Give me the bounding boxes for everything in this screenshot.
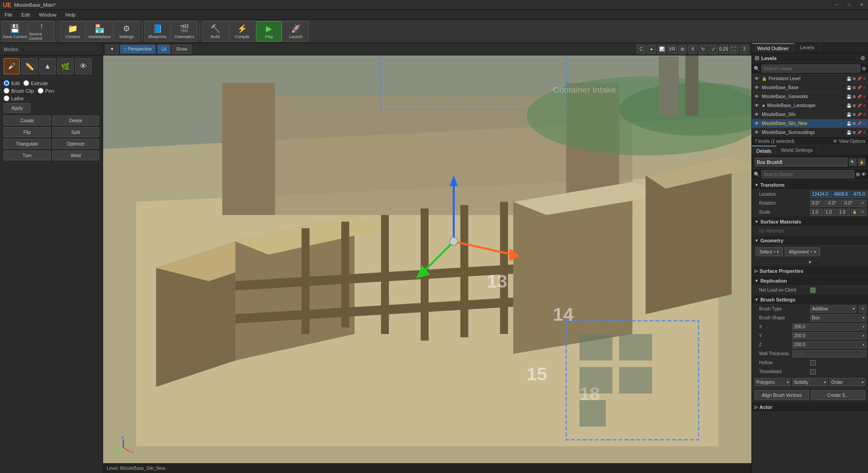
create-static-mesh-button[interactable]: Create S...	[811, 390, 866, 400]
menu-help[interactable]: Help	[61, 11, 80, 18]
level-landscape[interactable]: 👁 ★ MissileBase_Landscape 💾 ⚙ 📌 ✕	[752, 101, 868, 110]
flip-button[interactable]: Flip	[4, 127, 51, 137]
polygons-dropdown[interactable]: Polygons	[755, 378, 790, 386]
geometry-section[interactable]: ▼ Geometry	[752, 236, 868, 245]
brush-x-value[interactable]: 200.0 ▾	[792, 323, 866, 331]
level-silo-new[interactable]: 👁 MissileBase_Silo_New 💾 ⚙ 📌 ✕	[752, 119, 868, 128]
cinematics-button[interactable]: 🎬 Cinematics	[171, 21, 197, 42]
tab-world-settings[interactable]: World Settings	[777, 146, 818, 155]
optimize-button[interactable]: Optimize	[52, 139, 100, 149]
rotation-y[interactable]: 0.0°	[826, 200, 842, 207]
net-load-checkbox[interactable]	[810, 288, 816, 293]
turn-button[interactable]: Turn	[4, 150, 51, 160]
minimize-button[interactable]: ─	[830, 0, 843, 10]
location-y[interactable]: -6608.0	[831, 191, 850, 198]
compile-button[interactable]: ⚡ Compile	[229, 21, 255, 42]
show-button[interactable]: Show	[172, 45, 191, 54]
brushclip-radio[interactable]: Brush Clip	[4, 88, 34, 94]
search-button[interactable]: 🔍	[849, 159, 856, 166]
wall-thickness-value[interactable]: 10.0 ▾	[792, 350, 866, 357]
camera-num[interactable]: 3	[740, 45, 749, 54]
edit-radio[interactable]: Edit	[4, 80, 20, 86]
brush-y-value[interactable]: 200.0 ▾	[792, 332, 866, 340]
rotate-snap-icon[interactable]: ↻	[699, 45, 707, 54]
scale-lock[interactable]: 🔒	[851, 209, 858, 216]
brush-type-dropdown[interactable]: Additive	[810, 305, 856, 313]
view-options-button[interactable]: 👁 View Options	[833, 139, 865, 144]
hollow-checkbox[interactable]	[810, 360, 816, 366]
level-persistent[interactable]: 👁 🔒 Persistent Level 💾 ⚙ 📌 ✕	[752, 74, 868, 83]
mode-mesh[interactable]: 👁	[75, 58, 91, 74]
viewport-scene[interactable]	[103, 56, 751, 463]
vr-icon[interactable]: VR	[668, 45, 677, 54]
menu-edit[interactable]: Edit	[17, 11, 35, 18]
surface-materials-section[interactable]: ▼ Surface Materials	[752, 217, 868, 227]
brush-shape-dropdown[interactable]: Box	[810, 314, 866, 322]
stats-icon[interactable]: 📊	[657, 45, 666, 54]
brush-type-reset[interactable]: ↺	[859, 305, 866, 313]
scale-y[interactable]: 1.0	[824, 209, 836, 216]
order-dropdown[interactable]: Order	[829, 378, 865, 386]
scale-reset[interactable]: ↺	[859, 209, 866, 216]
snap-value[interactable]: 0.25	[719, 45, 728, 54]
settings-button[interactable]: ⚙ Settings	[113, 21, 139, 42]
realtime-icon[interactable]: ●	[647, 45, 656, 54]
tab-world-outliner[interactable]: World Outliner	[752, 43, 794, 53]
scale-z[interactable]: 1.0	[838, 209, 850, 216]
brush-z-value[interactable]: 200.0 ▾	[792, 341, 866, 348]
tab-levels[interactable]: Levels	[794, 43, 820, 53]
replication-section[interactable]: ▼ Replication	[752, 276, 868, 286]
viewport-mode-dropdown[interactable]: ▼	[106, 45, 118, 54]
blueprints-button[interactable]: 📘 Blueprints	[144, 21, 170, 42]
menu-window[interactable]: Window	[35, 11, 61, 18]
location-x[interactable]: 12424.0	[810, 191, 830, 198]
restore-button[interactable]: □	[843, 0, 855, 10]
alignment-dropdown[interactable]: Alignment ~	[785, 247, 820, 256]
rotation-x[interactable]: 0.0°	[810, 200, 825, 207]
rotation-z[interactable]: 0.0°	[843, 200, 858, 207]
levels-settings-icon[interactable]: ⚙	[860, 55, 865, 61]
save-current-button[interactable]: 💾 Save Current	[2, 21, 28, 42]
build-button[interactable]: 🔨 Build	[202, 21, 228, 42]
scale-x[interactable]: 1.0	[810, 209, 823, 216]
mode-paint[interactable]: ✏️	[22, 58, 38, 74]
grid-size[interactable]: 4	[688, 45, 697, 54]
lock-button[interactable]: 🔒	[858, 159, 865, 166]
content-button[interactable]: 📁 Content	[60, 21, 86, 42]
align-brush-vertices-button[interactable]: Align Brush Vertices	[755, 390, 809, 400]
grid-snap-icon[interactable]: ⊞	[678, 45, 687, 54]
source-control-button[interactable]: ↑ Source Control	[29, 21, 55, 42]
marketplace-button[interactable]: 🏪 Marketplace	[87, 21, 113, 42]
x-arrow[interactable]: ▾	[863, 325, 864, 329]
mode-landscape[interactable]: ▲	[39, 58, 56, 74]
close-button[interactable]: ✕	[855, 0, 868, 10]
play-button[interactable]: ▶ Play	[256, 21, 282, 42]
menu-file[interactable]: File	[0, 11, 17, 18]
close-icon[interactable]: ✕	[863, 77, 866, 81]
viewport[interactable]: 13 14 15 18 Container Intake	[103, 43, 751, 473]
lathe-radio[interactable]: Lathe	[4, 95, 24, 101]
weld-button[interactable]: Weld	[52, 150, 100, 160]
surface-properties-section[interactable]: ▷ Surface Properties	[752, 266, 868, 276]
location-z[interactable]: -676.0	[851, 191, 867, 198]
pen-radio[interactable]: Pen	[38, 88, 54, 94]
view-grid-icon[interactable]: ⊞	[856, 172, 860, 177]
max-icon[interactable]: ⛶	[729, 45, 738, 54]
level-surroundings[interactable]: 👁 MissileBase_Surroundings 💾 ⚙ 📌 ✕	[752, 128, 868, 137]
tessellated-checkbox[interactable]	[810, 369, 816, 374]
mode-foliage[interactable]: 🌿	[57, 58, 74, 74]
geometry-expand-arrow[interactable]: ▼	[808, 260, 812, 265]
create-button[interactable]: Create	[4, 116, 51, 125]
tab-details[interactable]: Details	[752, 146, 777, 155]
triangulate-button[interactable]: Triangulate	[4, 139, 51, 149]
extrude-radio[interactable]: Extrude	[23, 80, 48, 86]
lit-button[interactable]: Lit	[157, 45, 170, 54]
z-arrow[interactable]: ▾	[863, 343, 864, 347]
settings-icon2[interactable]: ⚙	[862, 66, 866, 72]
object-name-input[interactable]	[755, 158, 847, 167]
perspective-button[interactable]: □ Perspective	[120, 45, 156, 54]
details-search-input[interactable]	[761, 170, 855, 178]
brush-settings-section[interactable]: ▼ Brush Settings	[752, 295, 868, 305]
level-gasworks[interactable]: 👁 MissileBase_Gasworks 💾 ⚙ 📌 ✕	[752, 92, 868, 101]
split-button[interactable]: Split	[52, 127, 100, 137]
